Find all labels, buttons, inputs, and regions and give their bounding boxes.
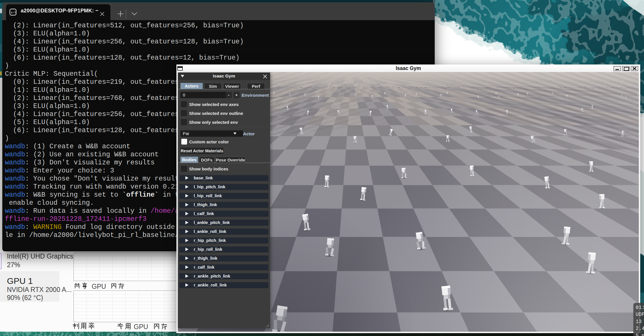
svg-text:27%: 27% bbox=[7, 261, 20, 269]
svg-text:90% (62 °C): 90% (62 °C) bbox=[7, 294, 43, 301]
svg-text:c:\: c:\ bbox=[11, 11, 16, 14]
svg-text:Intel(R) UHD Graphics: Intel(R) UHD Graphics bbox=[7, 253, 73, 260]
svg-text:GPU 1: GPU 1 bbox=[7, 276, 33, 286]
svg-text:NVIDIA RTX 2000 A...: NVIDIA RTX 2000 A... bbox=[7, 286, 72, 293]
svg-text:GPU: GPU bbox=[92, 283, 106, 290]
svg-text:GPU: GPU bbox=[134, 323, 148, 331]
